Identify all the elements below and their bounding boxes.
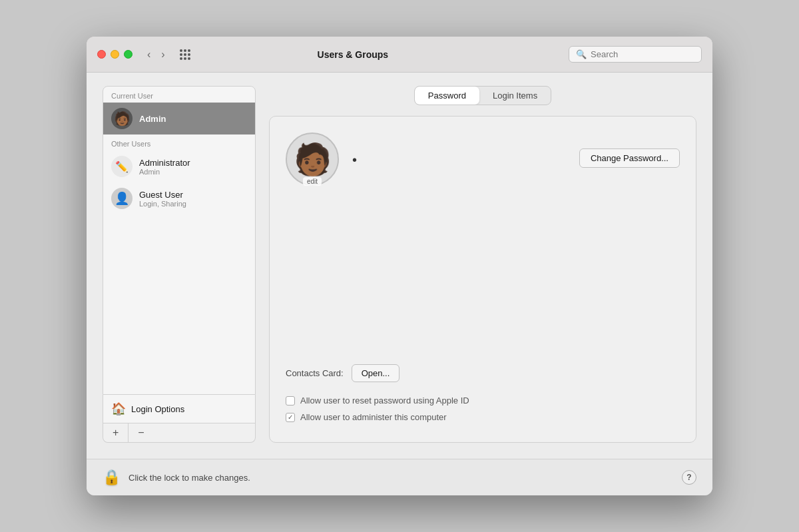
login-options-label: Login Options — [131, 404, 184, 414]
admin-avatar: 🧑🏾 — [111, 108, 133, 129]
tab-login-items[interactable]: Login Items — [479, 87, 551, 105]
tab-password[interactable]: Password — [415, 87, 479, 105]
checkbox-row-administer: Allow user to administer this computer — [286, 412, 469, 422]
user-header: 🧑🏾 edit • Change Password... — [286, 133, 680, 186]
admin-username: Admin — [139, 114, 166, 124]
checkboxes-area: Allow user to reset password using Apple… — [286, 396, 469, 422]
guest-avatar: 👤 — [111, 188, 133, 209]
search-icon: 🔍 — [576, 49, 587, 59]
administrator-avatar: ✏️ — [111, 156, 133, 177]
tab-group: Password Login Items — [414, 86, 551, 105]
remove-user-button[interactable]: − — [129, 423, 153, 442]
reset-password-checkbox[interactable] — [286, 396, 295, 405]
lock-icon[interactable]: 🔒 — [103, 469, 121, 486]
other-users-label: Other Users — [103, 134, 255, 150]
add-remove-bar: + − — [103, 423, 256, 443]
current-user-label: Current User — [103, 87, 255, 103]
user-list: Current User 🧑🏾 Admin Other Users ✏️ Adm… — [103, 86, 256, 395]
guest-role: Login, Sharing — [139, 200, 186, 208]
close-button[interactable] — [97, 50, 106, 59]
reset-password-label: Allow user to reset password using Apple… — [300, 396, 469, 405]
titlebar: ‹ › Users & Groups 🔍 — [87, 37, 712, 73]
main-content: Current User 🧑🏾 Admin Other Users ✏️ Adm… — [87, 73, 712, 459]
search-input[interactable] — [591, 49, 694, 59]
open-contacts-button[interactable]: Open... — [352, 364, 400, 382]
contacts-card-row: Contacts Card: Open... — [286, 351, 400, 382]
user-item-guest[interactable]: 👤 Guest User Login, Sharing — [103, 182, 255, 214]
house-icon: 🏠 — [111, 401, 126, 416]
window-title: Users & Groups — [145, 49, 561, 60]
checkbox-row-reset-password: Allow user to reset password using Apple… — [286, 396, 469, 405]
user-item-administrator[interactable]: ✏️ Administrator Admin — [103, 150, 255, 182]
password-dot: • — [352, 152, 566, 168]
avatar-container[interactable]: 🧑🏾 edit — [286, 133, 339, 186]
avatar-edit-label: edit — [303, 177, 322, 186]
maximize-button[interactable] — [124, 50, 133, 59]
administer-label: Allow user to administer this computer — [300, 412, 447, 422]
add-user-button[interactable]: + — [103, 423, 129, 442]
administer-checkbox[interactable] — [286, 413, 295, 422]
main-window: ‹ › Users & Groups 🔍 Current User — [87, 37, 712, 495]
tabs: Password Login Items — [269, 86, 696, 105]
help-button[interactable]: ? — [682, 470, 696, 485]
minimize-button[interactable] — [111, 50, 119, 59]
right-panel: Password Login Items 🧑🏾 edit • Change Pa — [269, 86, 696, 443]
traffic-lights — [97, 50, 133, 59]
login-options-item[interactable]: 🏠 Login Options — [103, 395, 256, 423]
user-item-admin[interactable]: 🧑🏾 Admin — [103, 103, 255, 134]
guest-username: Guest User — [139, 190, 186, 200]
lock-text: Click the lock to make changes. — [129, 473, 674, 483]
administrator-username: Administrator — [139, 158, 190, 168]
bottom-bar: 🔒 Click the lock to make changes. ? — [87, 459, 712, 495]
administrator-role: Admin — [139, 168, 190, 176]
contacts-card-label: Contacts Card: — [286, 368, 344, 378]
search-box[interactable]: 🔍 — [569, 46, 702, 63]
sidebar: Current User 🧑🏾 Admin Other Users ✏️ Adm… — [103, 86, 256, 443]
change-password-button[interactable]: Change Password... — [579, 148, 680, 168]
password-panel: 🧑🏾 edit • Change Password... Contacts Ca… — [269, 116, 696, 443]
